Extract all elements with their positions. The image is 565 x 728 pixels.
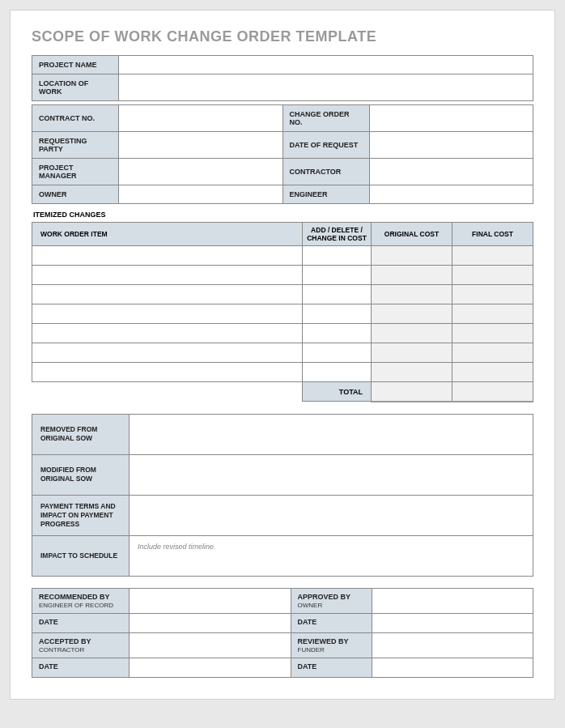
contract-no-value (119, 105, 283, 132)
signoff-table: RECOMMENDED BY ENGINEER OF RECORD APPROV… (32, 588, 533, 678)
table-row (372, 324, 452, 343)
project-name-value (119, 56, 533, 75)
approved-value (372, 588, 533, 613)
page-title: SCOPE OF WORK CHANGE ORDER TEMPLATE (32, 28, 533, 45)
project-name-label: PROJECT NAME (32, 56, 119, 75)
approved-label-text: APPROVED BY (298, 593, 351, 601)
table-row (32, 343, 303, 363)
header-table-2: CONTRACT NO. CHANGE ORDER NO. REQUESTING… (32, 104, 533, 204)
date2-label: DATE (291, 613, 372, 632)
col-original-cost: ORIGINAL COST (372, 223, 452, 246)
table-row (303, 246, 372, 266)
total-spacer (32, 382, 303, 402)
itemized-heading: ITEMIZED CHANGES (33, 211, 533, 219)
table-row (452, 324, 533, 343)
table-row (372, 266, 452, 285)
project-manager-label: PROJECT MANAGER (32, 159, 119, 185)
contractor-value (369, 159, 533, 185)
table-row (452, 266, 533, 285)
total-label: TOTAL (303, 382, 372, 402)
table-row (32, 266, 303, 285)
schedule-placeholder: Include revised timeline. (138, 543, 216, 551)
recommended-label-text: RECOMMENDED BY (39, 593, 110, 601)
col-final-cost: FINAL COST (452, 223, 533, 246)
table-row (452, 304, 533, 324)
date4-value (372, 658, 533, 677)
table-row (32, 304, 303, 324)
col-add-delete-change: ADD / DELETE / CHANGE IN COST (303, 223, 372, 246)
itemized-table: WORK ORDER ITEM ADD / DELETE / CHANGE IN… (32, 222, 533, 402)
schedule-label: IMPACT TO SCHEDULE (32, 535, 130, 576)
reviewed-value (372, 632, 533, 658)
approved-sub: OWNER (298, 602, 365, 609)
owner-value (119, 185, 283, 204)
schedule-value: Include revised timeline. (130, 535, 533, 576)
table-row (303, 343, 372, 363)
table-row (32, 363, 303, 382)
date3-value (130, 658, 291, 677)
requesting-party-label: REQUESTING PARTY (32, 132, 119, 159)
location-label: LOCATION OF WORK (32, 75, 119, 101)
location-value (119, 75, 533, 101)
accepted-label: ACCEPTED BY CONTRACTOR (32, 632, 130, 658)
date1-value (130, 613, 291, 632)
recommended-label: RECOMMENDED BY ENGINEER OF RECORD (32, 588, 130, 613)
project-manager-value (119, 159, 283, 185)
table-row (372, 285, 452, 304)
table-row (452, 285, 533, 304)
recommended-value (130, 588, 291, 613)
table-row (303, 363, 372, 382)
engineer-value (369, 185, 533, 204)
recommended-sub: ENGINEER OF RECORD (39, 602, 122, 609)
table-row (452, 246, 533, 266)
table-row (452, 363, 533, 382)
date1-label: DATE (32, 613, 130, 632)
table-row (372, 304, 452, 324)
table-row (372, 363, 452, 382)
contract-no-label: CONTRACT NO. (32, 105, 119, 132)
reviewed-label-text: REVIEWED BY (298, 637, 349, 645)
table-row (32, 246, 303, 266)
table-row (303, 324, 372, 343)
owner-label: OWNER (32, 185, 119, 204)
approved-label: APPROVED BY OWNER (291, 588, 372, 613)
requesting-party-value (119, 132, 283, 159)
table-row (452, 343, 533, 363)
table-row (303, 304, 372, 324)
reviewed-label: REVIEWED BY FUNDER (291, 632, 372, 658)
table-row (303, 266, 372, 285)
date-of-request-value (369, 132, 533, 159)
details-table: REMOVED FROM ORIGINAL SOW MODIFIED FROM … (32, 414, 533, 577)
payment-label: PAYMENT TERMS AND IMPACT ON PAYMENT PROG… (32, 495, 130, 535)
date-of-request-label: DATE OF REQUEST (282, 132, 369, 159)
engineer-label: ENGINEER (282, 185, 369, 204)
date4-label: DATE (291, 658, 372, 677)
col-work-order-item: WORK ORDER ITEM (32, 223, 303, 246)
date3-label: DATE (32, 658, 130, 677)
accepted-label-text: ACCEPTED BY (39, 637, 91, 645)
accepted-value (130, 632, 291, 658)
accepted-sub: CONTRACTOR (39, 646, 122, 653)
table-row (32, 285, 303, 304)
date2-value (372, 613, 533, 632)
modified-label: MODIFIED FROM ORIGINAL SOW (32, 454, 130, 495)
total-original (372, 382, 452, 402)
header-table-1: PROJECT NAME LOCATION OF WORK (32, 55, 533, 101)
table-row (372, 343, 452, 363)
change-order-no-value (369, 105, 533, 132)
modified-value (130, 454, 533, 495)
total-final (452, 382, 533, 402)
reviewed-sub: FUNDER (298, 646, 365, 653)
page: SCOPE OF WORK CHANGE ORDER TEMPLATE PROJ… (10, 10, 555, 700)
payment-value (130, 495, 533, 535)
table-row (303, 285, 372, 304)
removed-label: REMOVED FROM ORIGINAL SOW (32, 414, 130, 454)
table-row (32, 324, 303, 343)
change-order-no-label: CHANGE ORDER NO. (282, 105, 369, 132)
contractor-label: CONTRACTOR (282, 159, 369, 185)
removed-value (130, 414, 533, 454)
table-row (372, 246, 452, 266)
